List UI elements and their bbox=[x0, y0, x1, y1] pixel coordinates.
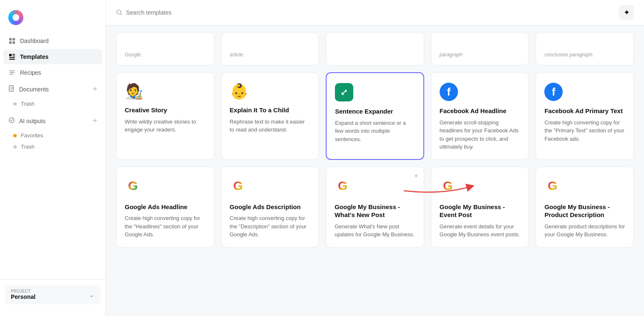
sidebar: Dashboard Templates Recipes Documents + bbox=[0, 0, 106, 316]
trash-dot bbox=[13, 102, 17, 106]
template-card-google-ads-desc[interactable]: G Google Ads Description Create high con… bbox=[221, 167, 319, 248]
card-icon-emoji: 🧑‍🎨 bbox=[125, 83, 206, 100]
sparkle-button[interactable]: ✦ bbox=[619, 5, 634, 20]
svg-rect-10 bbox=[10, 72, 15, 73]
card-snippet: article. bbox=[230, 51, 244, 58]
sidebar-item-label: Dashboard bbox=[20, 38, 49, 44]
facebook-icon: f bbox=[440, 83, 458, 101]
card-desc: Generate What's New post updates for Goo… bbox=[335, 222, 415, 239]
add-ai-output-button[interactable]: + bbox=[93, 116, 97, 125]
svg-rect-7 bbox=[9, 57, 15, 58]
partial-card-1[interactable]: Google. bbox=[116, 32, 214, 66]
sidebar-item-label: Trash bbox=[21, 101, 35, 107]
ai-outputs-icon bbox=[8, 117, 15, 125]
svg-rect-1 bbox=[13, 38, 15, 40]
card-desc: Generate event details for your Google M… bbox=[440, 222, 521, 239]
logo bbox=[0, 7, 106, 33]
project-name: Personal bbox=[11, 293, 35, 300]
card-title: Explain It To a Child bbox=[230, 106, 311, 114]
trash-ai-dot bbox=[13, 145, 17, 149]
template-card-sentence-expander[interactable]: Sentence Expander Expand a short sentenc… bbox=[326, 72, 424, 160]
svg-text:G: G bbox=[128, 179, 138, 192]
svg-rect-4 bbox=[9, 54, 12, 56]
svg-rect-5 bbox=[13, 54, 15, 55]
google-icon: G G bbox=[125, 177, 143, 195]
sidebar-item-templates[interactable]: Templates bbox=[3, 49, 102, 64]
sidebar-item-label: Recipes bbox=[20, 69, 41, 76]
svg-text:G: G bbox=[443, 179, 453, 192]
card-snippet: paragraph bbox=[440, 51, 463, 58]
card-title: Facebook Ad Primary Text bbox=[544, 107, 625, 115]
svg-rect-8 bbox=[9, 59, 15, 60]
card-desc: Create high converting copy for the "Des… bbox=[230, 214, 311, 239]
card-title: Google My Business - Event Post bbox=[440, 203, 521, 219]
project-selector[interactable]: PROJECT Personal ⌄ bbox=[5, 285, 101, 304]
card-title: Sentence Expander bbox=[335, 107, 415, 116]
sidebar-item-ai-outputs[interactable]: AI outputs + bbox=[3, 113, 102, 129]
google-icon: G bbox=[230, 177, 248, 195]
card-icon-emoji: 👶 bbox=[230, 83, 311, 100]
template-card-creative-story[interactable]: 🧑‍🎨 Creative Story Write wildly creative… bbox=[116, 72, 214, 160]
svg-text:G: G bbox=[233, 179, 243, 192]
dashboard-icon bbox=[8, 37, 16, 45]
template-card-fb-primary[interactable]: f Facebook Ad Primary Text Create high c… bbox=[536, 72, 634, 160]
sidebar-item-label: AI outputs bbox=[19, 118, 45, 124]
templates-icon bbox=[8, 53, 16, 61]
google-icon: G bbox=[335, 177, 353, 195]
template-card-gmb-event[interactable]: G Google My Business - Event Post Genera… bbox=[431, 167, 529, 248]
topbar: ✦ bbox=[106, 0, 644, 25]
topbar-right: ✦ bbox=[619, 5, 634, 20]
template-row-2: 🧑‍🎨 Creative Story Write wildly creative… bbox=[116, 72, 634, 160]
sidebar-item-recipes[interactable]: Recipes bbox=[3, 65, 102, 80]
sidebar-item-dashboard[interactable]: Dashboard bbox=[3, 33, 102, 48]
svg-rect-3 bbox=[13, 41, 15, 44]
card-desc: Create high converting copy for the "Pri… bbox=[544, 119, 625, 143]
svg-rect-9 bbox=[10, 71, 15, 71]
sidebar-navigation: Dashboard Templates Recipes Documents + bbox=[0, 33, 106, 276]
template-card-gmb-product[interactable]: G Google My Business - Product Descripti… bbox=[536, 167, 634, 248]
sidebar-item-label: Templates bbox=[20, 53, 48, 60]
partial-card-5[interactable]: conclusion paragraph. bbox=[536, 32, 634, 66]
main-content: ✦ Google. article. paragraph conclus bbox=[106, 0, 644, 316]
template-card-google-ads-headline[interactable]: G G Google Ads Headline Create hi bbox=[116, 167, 214, 248]
sidebar-item-label: Trash bbox=[21, 144, 35, 150]
sidebar-item-label: Documents bbox=[19, 86, 49, 93]
sidebar-item-favorites[interactable]: Favorites bbox=[3, 130, 102, 141]
add-document-button[interactable]: + bbox=[93, 85, 97, 94]
svg-rect-6 bbox=[13, 56, 15, 56]
svg-rect-0 bbox=[9, 38, 12, 40]
google-icon: G bbox=[440, 177, 458, 195]
template-card-fb-headline[interactable]: f Facebook Ad Headline Generate scroll-s… bbox=[431, 72, 529, 160]
sidebar-item-label: Favorites bbox=[21, 132, 43, 139]
template-grid-container: Google. article. paragraph conclusion pa… bbox=[106, 25, 644, 316]
documents-icon bbox=[8, 85, 15, 93]
expand-icon bbox=[335, 83, 353, 101]
google-icon: G bbox=[544, 177, 563, 195]
search-icon bbox=[116, 9, 123, 16]
partial-row: Google. article. paragraph conclusion pa… bbox=[116, 32, 634, 66]
sidebar-item-documents[interactable]: Documents + bbox=[3, 81, 102, 97]
arrow-container: Google. article. paragraph conclusion pa… bbox=[116, 32, 634, 248]
favorite-star[interactable]: ✦ bbox=[413, 172, 419, 180]
card-snippet: conclusion paragraph. bbox=[544, 51, 594, 58]
partial-card-4[interactable]: paragraph bbox=[431, 32, 529, 66]
partial-card-2[interactable]: article. bbox=[221, 32, 319, 66]
search-input[interactable] bbox=[126, 9, 234, 16]
search-bar[interactable] bbox=[116, 9, 234, 16]
sidebar-item-trash-docs[interactable]: Trash bbox=[3, 98, 102, 109]
template-row-3: G G Google Ads Headline Create hi bbox=[116, 167, 634, 248]
svg-text:G: G bbox=[338, 179, 347, 192]
card-desc: Create high converting copy for the "Hea… bbox=[125, 214, 206, 239]
project-label: PROJECT bbox=[11, 289, 35, 293]
partial-card-3[interactable] bbox=[326, 32, 424, 66]
recipes-icon bbox=[8, 69, 16, 76]
card-desc: Write wildly creative stories to engage … bbox=[125, 118, 206, 134]
template-card-gmb-new[interactable]: ✦ G Google My Busin bbox=[326, 167, 424, 248]
card-desc: Expand a short sentence or a few words i… bbox=[335, 119, 415, 144]
sidebar-item-trash-ai[interactable]: Trash bbox=[3, 141, 102, 152]
svg-rect-2 bbox=[9, 41, 12, 44]
card-title: Google My Business - Product Description bbox=[544, 203, 625, 219]
template-card-explain-child[interactable]: 👶 Explain It To a Child Rephrase text to… bbox=[221, 72, 319, 160]
facebook-icon: f bbox=[544, 83, 563, 101]
svg-text:G: G bbox=[548, 179, 557, 192]
